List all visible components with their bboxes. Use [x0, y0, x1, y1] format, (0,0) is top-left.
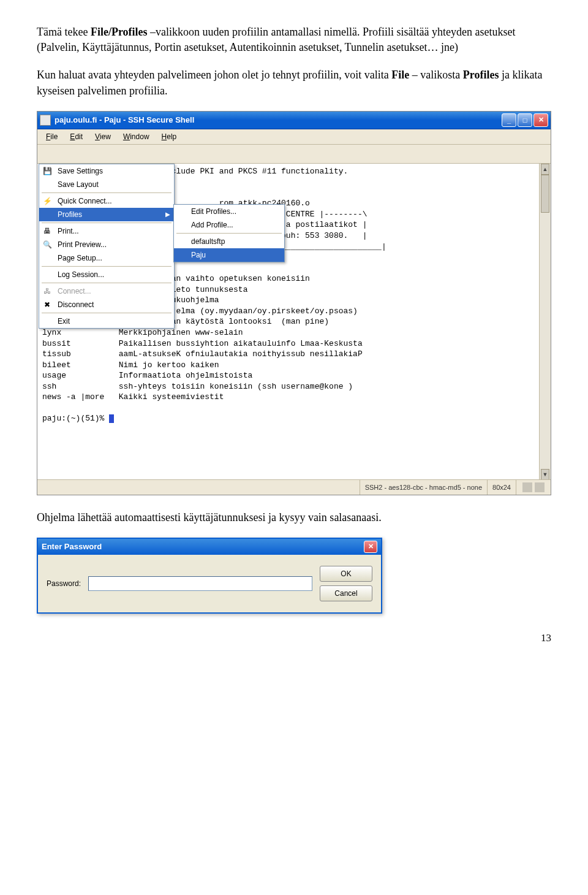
text-bold: Profiles	[463, 69, 499, 81]
titlebar: paju.oulu.fi - Paju - SSH Secure Shell _…	[37, 112, 551, 129]
scrollbar-down-icon[interactable]: ▼	[541, 469, 549, 480]
menu-item-quick-connect[interactable]: ⚡Quick Connect...	[39, 194, 174, 208]
label: Connect...	[58, 287, 91, 295]
menu-help[interactable]: Help	[156, 131, 183, 142]
menu-separator	[176, 233, 282, 234]
menu-item-profiles[interactable]: Profiles▶	[39, 208, 174, 221]
connect-icon: ⚡	[42, 196, 53, 207]
label: Save Settings	[58, 167, 103, 175]
preview-icon: 🔍	[42, 239, 53, 250]
profiles-submenu: Edit Profiles... Add Profile... defaults…	[173, 204, 285, 262]
window-buttons: _ □ ✕	[502, 113, 548, 127]
close-button[interactable]: ✕	[533, 113, 548, 127]
submenu-add-profile[interactable]: Add Profile...	[174, 218, 284, 232]
submenu-profile-defaultsftp[interactable]: defaultsftp	[174, 235, 284, 248]
menu-separator	[42, 283, 172, 283]
label: Save Layout	[58, 180, 99, 189]
menu-item-log-session[interactable]: Log Session...	[39, 268, 174, 281]
toolbar	[37, 145, 551, 164]
menu-item-print-preview[interactable]: 🔍Print Preview...	[39, 238, 174, 251]
dialog-title: Enter Password	[42, 542, 102, 551]
blank-icon	[42, 253, 53, 264]
terminal-scrollbar[interactable]: ▲ ▼	[539, 164, 551, 480]
paragraph-1: Tämä tekee File/Profiles –valikkoon uude…	[37, 25, 551, 55]
menu-view[interactable]: View	[89, 131, 117, 142]
text-bold: File/Profiles	[91, 26, 148, 38]
menu-separator	[42, 223, 172, 223]
password-label: Password:	[47, 579, 81, 588]
label: Print...	[58, 227, 79, 235]
statusbar: SSH2 - aes128-cbc - hmac-md5 - none 80x2…	[37, 479, 551, 495]
page-number: 13	[37, 632, 551, 644]
status-icon	[535, 482, 545, 492]
statusbar-cipher: SSH2 - aes128-cbc - hmac-md5 - none	[360, 480, 487, 495]
label: Log Session...	[58, 270, 104, 279]
submenu-arrow-icon: ▶	[165, 211, 170, 218]
menu-item-print[interactable]: 🖶Print...	[39, 224, 174, 238]
file-menu: 💾Save Settings Save Layout ⚡Quick Connec…	[39, 164, 175, 329]
password-input[interactable]	[88, 576, 312, 591]
ok-button[interactable]: OK	[320, 566, 372, 582]
menu-window[interactable]: Window	[117, 131, 156, 142]
menu-item-exit[interactable]: Exit	[39, 314, 174, 328]
statusbar-size: 80x24	[487, 480, 516, 495]
menu-item-disconnect[interactable]: ✖Disconnect	[39, 298, 174, 311]
label: Profiles	[58, 210, 82, 219]
menu-item-save-layout[interactable]: Save Layout	[39, 178, 174, 191]
window-title: paju.oulu.fi - Paju - SSH Secure Shell	[55, 115, 502, 124]
dialog-titlebar: Enter Password ✕	[38, 539, 381, 555]
text-bold: File	[391, 69, 409, 81]
status-icon	[522, 482, 532, 492]
menu-separator	[42, 313, 172, 313]
print-icon: 🖶	[42, 226, 53, 237]
label: Quick Connect...	[58, 197, 112, 205]
paragraph-3: Ohjelma lähettää automaattisesti käyttäj…	[37, 510, 551, 525]
password-dialog: Enter Password ✕ Password: OK Cancel	[37, 538, 382, 614]
minimize-button[interactable]: _	[502, 113, 516, 127]
terminal-text: man Apua ohjelman käytöstä lontooksi (ma…	[42, 317, 363, 423]
content-area: iles 💾Save Settings Save Layout ⚡Quick C…	[37, 164, 551, 495]
text: Kun haluat avata yhteyden palvelimeen jo…	[37, 69, 391, 81]
maximize-button[interactable]: □	[518, 113, 532, 127]
menu-separator	[42, 192, 172, 193]
menu-file[interactable]: File	[40, 131, 64, 142]
blank-icon	[42, 179, 53, 190]
blank-icon	[42, 209, 53, 220]
menubar: File Edit View Window Help	[37, 129, 551, 145]
label: Print Preview...	[58, 240, 107, 249]
label: Disconnect	[58, 300, 94, 309]
statusbar-icons	[516, 480, 551, 495]
app-icon	[40, 115, 51, 126]
connect-icon: 🖧	[42, 286, 53, 297]
disconnect-icon: ✖	[42, 299, 53, 310]
blank-icon	[42, 316, 53, 327]
ssh-window: paju.oulu.fi - Paju - SSH Secure Shell _…	[37, 111, 551, 495]
menu-separator	[42, 266, 172, 267]
submenu-edit-profiles[interactable]: Edit Profiles...	[174, 205, 284, 218]
menu-item-save-settings[interactable]: 💾Save Settings	[39, 164, 174, 178]
label: Exit	[58, 317, 70, 326]
dialog-body: Password: OK Cancel	[38, 555, 381, 612]
dialog-buttons: OK Cancel	[320, 566, 372, 601]
text: Tämä tekee	[37, 26, 91, 38]
terminal-cursor	[109, 414, 114, 423]
cancel-button[interactable]: Cancel	[320, 585, 372, 601]
dialog-close-button[interactable]: ✕	[364, 541, 377, 553]
save-icon: 💾	[42, 166, 53, 177]
menu-item-connect: 🖧Connect...	[39, 284, 174, 298]
label: Page Setup...	[58, 254, 102, 262]
scrollbar-thumb[interactable]	[541, 175, 549, 213]
blank-icon	[42, 269, 53, 280]
submenu-profile-paju[interactable]: Paju	[174, 248, 284, 262]
text: – valikosta	[409, 69, 463, 81]
scrollbar-up-icon[interactable]: ▲	[541, 164, 549, 175]
paragraph-2: Kun haluat avata yhteyden palvelimeen jo…	[37, 67, 551, 98]
menu-item-page-setup[interactable]: Page Setup...	[39, 251, 174, 265]
menu-edit[interactable]: Edit	[64, 131, 89, 142]
